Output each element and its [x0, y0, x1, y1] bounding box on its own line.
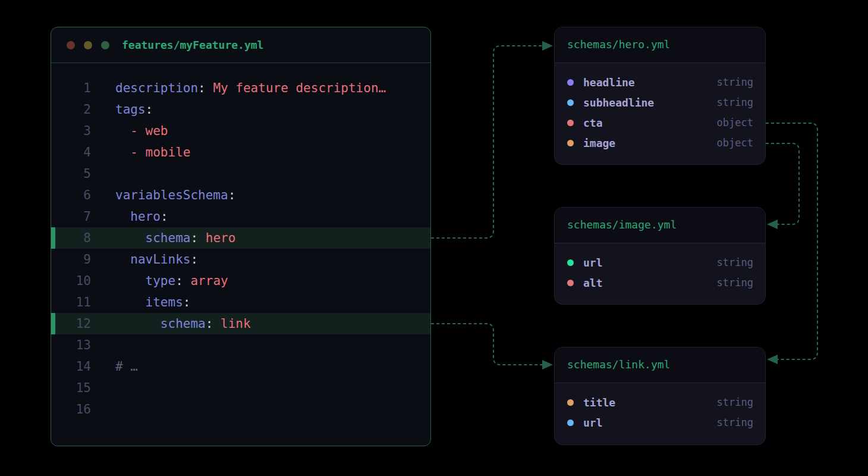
line-number: 5	[51, 163, 91, 184]
token-punc: :	[146, 102, 153, 117]
line-number: 16	[51, 399, 91, 420]
code-text: hero:	[91, 209, 168, 224]
field-type: string	[717, 256, 753, 268]
token-key: schema	[146, 231, 191, 245]
field-row-image: imageobject	[567, 133, 753, 153]
code-line-8[interactable]: 8 schema: hero	[51, 227, 430, 249]
code-line-5[interactable]: 5	[51, 163, 430, 184]
field-type: object	[717, 137, 753, 149]
line-number: 2	[51, 99, 91, 120]
token-val: - web	[130, 124, 168, 138]
code-line-1[interactable]: 1description: My feature description…	[51, 77, 430, 99]
schema-card-link: schemas/link.ymltitlestringurlstring	[554, 347, 766, 445]
token-punc: :	[206, 317, 213, 331]
code-line-15[interactable]: 15	[51, 377, 430, 399]
token-punc: :	[190, 231, 198, 245]
code-text: tags:	[91, 102, 153, 117]
code-text: - mobile	[91, 145, 190, 159]
minimize-window-dot[interactable]	[84, 41, 92, 49]
field-row-url: urlstring	[567, 252, 753, 273]
code-text: type: array	[91, 274, 228, 288]
line-number: 8	[51, 227, 91, 249]
code-line-12[interactable]: 12 schema: link	[51, 313, 430, 334]
field-type: string	[717, 416, 753, 428]
code-line-7[interactable]: 7 hero:	[51, 206, 430, 227]
code-line-4[interactable]: 4 - mobile	[51, 142, 430, 163]
token-key: schema	[161, 317, 206, 331]
line-number: 11	[51, 292, 91, 313]
code-text: variablesSchema:	[91, 188, 235, 202]
field-row-url: urlstring	[567, 412, 753, 433]
field-type: object	[717, 117, 753, 129]
code-line-9[interactable]: 9 navLinks:	[51, 249, 430, 270]
connector-line12-to-link-card	[431, 324, 542, 365]
code-line-16[interactable]: 16	[51, 399, 430, 420]
arrowhead-hero-card	[542, 41, 553, 51]
schema-card-fields: titlestringurlstring	[555, 383, 765, 433]
field-type: string	[717, 396, 753, 408]
token-val: link	[213, 317, 250, 331]
code-line-14[interactable]: 14# …	[51, 356, 430, 377]
line-number: 6	[51, 184, 91, 206]
code-line-11[interactable]: 11 items:	[51, 292, 430, 313]
token-key: variablesSchema	[115, 188, 228, 202]
line-number: 9	[51, 249, 91, 270]
field-dot-icon	[567, 99, 574, 106]
code-text: description: My feature description…	[91, 81, 386, 95]
token-val: array	[183, 274, 228, 288]
schema-card-fields: headlinestringsubheadlinestringctaobject…	[555, 63, 765, 153]
code-line-2[interactable]: 2tags:	[51, 99, 430, 120]
token-val: My feature description…	[206, 81, 386, 95]
token-punc: :	[175, 274, 183, 288]
field-name: title	[583, 396, 615, 409]
field-row-headline: headlinestring	[567, 72, 753, 92]
line-number: 7	[51, 206, 91, 227]
schema-card-title: schemas/hero.yml	[555, 27, 765, 63]
field-dot-icon	[567, 140, 574, 146]
code-line-13[interactable]: 13	[51, 334, 430, 356]
field-name: url	[583, 256, 603, 269]
code-text: schema: link	[91, 317, 251, 331]
code-line-10[interactable]: 10 type: array	[51, 270, 430, 292]
schema-card-image: schemas/image.ymlurlstringaltstring	[554, 207, 766, 305]
token-key: hero	[130, 209, 161, 224]
maximize-window-dot[interactable]	[101, 41, 109, 49]
token-punc: :	[190, 252, 198, 267]
token-key: type	[146, 274, 176, 288]
schema-card-fields: urlstringaltstring	[555, 243, 765, 293]
code-text: - web	[91, 124, 168, 138]
line-number: 12	[51, 313, 91, 334]
field-dot-icon	[567, 419, 574, 426]
field-dot-icon	[567, 280, 574, 286]
code-line-3[interactable]: 3 - web	[51, 120, 430, 142]
field-row-alt: altstring	[567, 273, 753, 293]
line-number: 15	[51, 377, 91, 399]
line-number: 13	[51, 334, 91, 356]
editor-window: features/myFeature.yml 1description: My …	[51, 27, 431, 446]
code-text	[91, 338, 115, 352]
arrowhead-link-card-right	[767, 355, 778, 364]
field-row-title: titlestring	[567, 392, 753, 412]
close-window-dot[interactable]	[67, 41, 75, 49]
token-val: - mobile	[130, 145, 190, 159]
editor-titlebar: features/myFeature.yml	[51, 27, 430, 63]
code-text	[91, 402, 115, 416]
field-dot-icon	[567, 120, 574, 126]
schema-card-title: schemas/link.yml	[555, 347, 765, 383]
field-name: cta	[583, 117, 603, 129]
window-controls	[67, 41, 109, 49]
code-line-6[interactable]: 6variablesSchema:	[51, 184, 430, 206]
field-dot-icon	[567, 259, 574, 266]
token-punc: :	[198, 81, 206, 95]
field-dot-icon	[567, 79, 574, 86]
field-type: string	[717, 277, 753, 289]
connector-cta-to-link-card	[766, 123, 817, 359]
connector-line8-to-hero-card	[431, 46, 542, 238]
field-name: url	[583, 416, 603, 429]
token-comment: # …	[115, 359, 138, 374]
field-type: string	[717, 96, 753, 108]
field-type: string	[717, 76, 753, 88]
diagram-canvas: features/myFeature.yml 1description: My …	[0, 0, 868, 476]
arrowhead-image-card	[767, 220, 778, 229]
token-punc: :	[183, 295, 191, 309]
